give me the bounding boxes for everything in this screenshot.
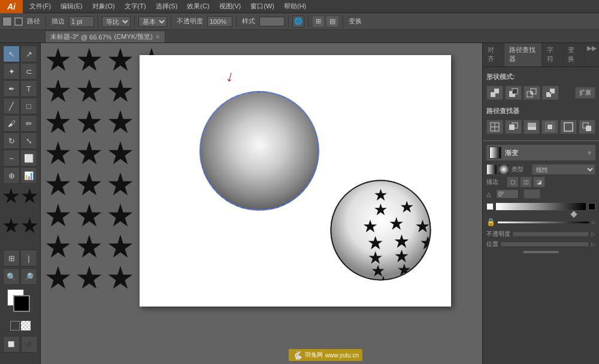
normal-screen-btn[interactable]: ⬜ bbox=[3, 336, 20, 353]
rotate-tool[interactable]: ↻ bbox=[3, 132, 20, 149]
free-transform-tool[interactable]: ⬜ bbox=[20, 150, 37, 166]
gradient-type-select[interactable]: 线性 bbox=[532, 164, 595, 175]
graph-tool[interactable]: 📊 bbox=[20, 167, 37, 184]
divide-btn[interactable] bbox=[486, 120, 503, 134]
pencil-tool[interactable]: ✏ bbox=[20, 115, 37, 132]
linear-gradient-btn[interactable] bbox=[486, 164, 497, 175]
midpoint-diamond[interactable] bbox=[570, 211, 577, 217]
star-bg-17 bbox=[46, 172, 71, 198]
radial-gradient-btn[interactable] bbox=[498, 164, 509, 175]
stroke-size-input[interactable] bbox=[69, 16, 94, 27]
paintbrush-tool[interactable]: 🖌 bbox=[3, 115, 20, 132]
stroke-type1[interactable]: ▢ bbox=[507, 177, 519, 187]
close-tab-btn[interactable]: ✕ bbox=[155, 34, 160, 40]
screen-mode-btns: ⬜ ⬛ bbox=[3, 336, 38, 353]
type-tool[interactable]: T bbox=[20, 80, 37, 97]
arrange-btn1[interactable]: ⊞ bbox=[312, 16, 325, 28]
magic-wand-tool[interactable]: ✦ bbox=[3, 63, 20, 80]
gradient-circle[interactable] bbox=[199, 91, 319, 211]
direct-select-tool[interactable]: ↗ bbox=[20, 46, 37, 62]
minus-back-btn[interactable] bbox=[579, 120, 595, 134]
opacity-bar[interactable] bbox=[513, 232, 589, 236]
ratio-select[interactable]: 等比 bbox=[102, 16, 131, 27]
panel-expand-icon[interactable]: ▼ bbox=[586, 150, 592, 156]
black-stop[interactable] bbox=[588, 203, 595, 210]
star-bg-11 bbox=[108, 110, 133, 135]
symbol-tool[interactable]: ⊞ bbox=[3, 250, 20, 266]
divider8 bbox=[343, 16, 343, 28]
line-tool[interactable]: ╱ bbox=[3, 98, 20, 114]
tool-row-3: ✒ T bbox=[3, 80, 37, 97]
merge-btn[interactable] bbox=[524, 120, 540, 134]
watermark-url: www.yutu.cn bbox=[325, 352, 359, 359]
star-bg-18 bbox=[77, 172, 102, 198]
lock-icon[interactable]: 🔒 bbox=[486, 218, 495, 226]
world-btn[interactable]: 🌐 bbox=[292, 16, 304, 28]
exclude-btn[interactable] bbox=[542, 86, 559, 100]
style-swatch[interactable] bbox=[259, 17, 285, 26]
arrange-btn2[interactable]: ▤ bbox=[326, 16, 339, 28]
none-swatch[interactable] bbox=[10, 321, 20, 330]
tab-char[interactable]: 字符 bbox=[542, 43, 564, 66]
eyedropper-tool[interactable]: 🔍 bbox=[3, 268, 20, 285]
gradient-preview-swatch[interactable] bbox=[489, 147, 501, 159]
pattern-swatch[interactable] bbox=[21, 321, 31, 330]
base-select[interactable]: 基本 bbox=[138, 16, 167, 27]
minus-front-btn[interactable] bbox=[505, 86, 522, 100]
star-bg-29 bbox=[46, 266, 71, 291]
select-tool[interactable]: ↖ bbox=[3, 46, 20, 62]
pen-tool[interactable]: ✒ bbox=[3, 80, 20, 97]
ai-logo: Ai bbox=[0, 0, 23, 13]
zoom-tool[interactable]: 🔎 bbox=[20, 268, 37, 285]
gradient-bar[interactable] bbox=[495, 202, 586, 211]
stroke-color-swatch[interactable] bbox=[13, 295, 30, 312]
star-bg-22 bbox=[77, 204, 102, 229]
menu-select[interactable]: 选择(S) bbox=[152, 1, 182, 12]
tab-transform[interactable]: 变换 bbox=[563, 43, 585, 66]
crop-btn[interactable] bbox=[541, 120, 558, 134]
warp-tool[interactable]: ~ bbox=[3, 150, 20, 166]
menu-file[interactable]: 文件(F) bbox=[25, 1, 55, 12]
stroke-type3[interactable]: ◪ bbox=[533, 177, 545, 187]
menu-edit[interactable]: 编辑(E) bbox=[56, 1, 87, 12]
menu-help[interactable]: 帮助(H) bbox=[280, 1, 310, 12]
fullscreen-btn[interactable]: ⬛ bbox=[21, 336, 38, 353]
rect-tool[interactable]: □ bbox=[20, 98, 37, 114]
star-sphere bbox=[328, 178, 433, 283]
fill-swatch[interactable] bbox=[2, 17, 12, 26]
stroke-type2[interactable]: ◫ bbox=[520, 177, 532, 187]
document-tab[interactable]: 未标题-3* @ 66.67% (CMYK/预览) ✕ bbox=[45, 31, 165, 43]
menu-window[interactable]: 窗口(W) bbox=[246, 1, 279, 12]
menu-view[interactable]: 视图(V) bbox=[215, 1, 246, 12]
star-bg-6 bbox=[77, 79, 102, 104]
svg-rect-26 bbox=[494, 92, 495, 93]
divider1 bbox=[46, 16, 46, 28]
outline-btn[interactable] bbox=[560, 120, 577, 134]
opacity-input[interactable] bbox=[207, 16, 232, 27]
scale-tool[interactable]: ⤡ bbox=[20, 132, 37, 149]
star-bg-7 bbox=[108, 79, 133, 104]
opacity-triangle-icon: ▷ bbox=[591, 231, 595, 237]
angle-input[interactable] bbox=[496, 189, 519, 199]
menu-object[interactable]: 对象(O) bbox=[88, 1, 119, 12]
white-stop[interactable] bbox=[486, 203, 494, 210]
scroll-bar[interactable] bbox=[523, 251, 559, 253]
tab-align[interactable]: 对齐 bbox=[483, 43, 504, 66]
expand-btn[interactable]: 扩展 bbox=[575, 87, 595, 99]
tab-bar: 未标题-3* @ 66.67% (CMYK/预览) ✕ bbox=[0, 30, 599, 43]
menu-text[interactable]: 文字(T) bbox=[120, 1, 150, 12]
tool-row-8: ⊕ 📊 bbox=[3, 167, 37, 184]
position-bar[interactable] bbox=[501, 242, 589, 247]
lasso-tool[interactable]: ⊂ bbox=[20, 63, 37, 80]
gradient-position-row: 位置 ▷ bbox=[486, 240, 595, 248]
intersect-btn[interactable] bbox=[524, 86, 540, 100]
arrange-btns: ⊞ ▤ bbox=[312, 16, 339, 28]
tab-pathfinder[interactable]: 路径查找器 bbox=[504, 43, 542, 66]
col-graph-tool[interactable]: | bbox=[20, 250, 37, 266]
stroke-swatch[interactable] bbox=[14, 17, 23, 26]
menu-effects[interactable]: 效果(C) bbox=[183, 1, 213, 12]
shape-builder-tool[interactable]: ⊕ bbox=[3, 167, 20, 184]
panel-menu-btn[interactable]: ▶▶ bbox=[585, 43, 599, 66]
unite-btn[interactable] bbox=[486, 86, 503, 100]
trim-btn[interactable] bbox=[505, 120, 522, 134]
